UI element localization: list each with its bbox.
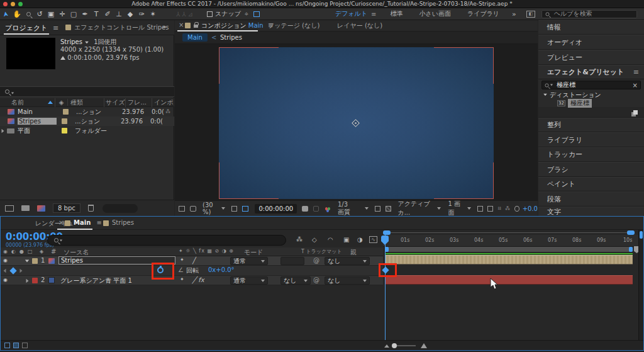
source-name-column[interactable]: ソース名	[64, 248, 89, 257]
traffic-light-close[interactable]	[3, 2, 8, 6]
timeline-button-icon[interactable]: ⌗	[497, 205, 501, 212]
camera-view-dropdown[interactable]: アクティブカ...	[397, 200, 440, 217]
item-label-swatch[interactable]	[62, 118, 67, 124]
playhead-marker[interactable]	[381, 236, 389, 241]
graph-editor-icon[interactable]: ∿	[369, 236, 377, 243]
panel-character[interactable]: 文字	[538, 207, 644, 217]
track-bar-solid[interactable]	[385, 275, 633, 285]
reset-exposure-icon[interactable]	[514, 206, 519, 212]
column-frame-rate[interactable]: フレ...	[126, 98, 152, 107]
item-label-swatch[interactable]	[63, 109, 69, 115]
layer-row-solid[interactable]: ◉ 2 グレー系シアン青 平面 1 ✦ ╱ fx 通常 なし @ なし	[1, 276, 383, 285]
panel-effects-presets[interactable]: エフェクト&プリセット ≡	[538, 65, 644, 79]
trash-icon[interactable]	[88, 205, 94, 212]
effects-panel-menu-icon[interactable]: ≡	[633, 68, 639, 76]
tab-footage[interactable]: フッテージ (なし)	[268, 21, 319, 30]
effect-item-name[interactable]: 極座標	[568, 99, 592, 108]
panel-info[interactable]: 情報	[538, 20, 644, 35]
zoom-tool[interactable]	[23, 10, 34, 18]
parent-pickwhip-icon[interactable]: @	[313, 257, 319, 264]
tab-composition[interactable]: コンポジション Main ≡	[201, 21, 273, 30]
column-import[interactable]: インポ	[152, 98, 174, 107]
traffic-light-zoom[interactable]	[18, 2, 23, 6]
transparency-grid-icon[interactable]	[386, 206, 391, 212]
workspace-libraries[interactable]: ライブラリ	[467, 9, 499, 18]
layer-trkmat-dropdown[interactable]: なし	[280, 276, 311, 285]
selection-tool[interactable]: ➤	[1, 8, 11, 20]
effects-search-clear-icon[interactable]: ×	[633, 82, 638, 89]
tab-layer[interactable]: レイヤー (なし)	[337, 21, 382, 30]
interpret-footage-icon[interactable]	[5, 205, 14, 212]
rectangle-tool[interactable]: ▢	[68, 10, 79, 18]
project-tabs-overflow-icon[interactable]: »	[162, 23, 167, 31]
property-name[interactable]: 回転	[186, 266, 199, 275]
workspace-overflow-icon[interactable]: »	[512, 10, 516, 18]
timeline-search-box[interactable]	[47, 235, 286, 246]
workspace-small-screen[interactable]: 小さい画面	[419, 9, 450, 18]
expand-transfer-controls-icon[interactable]	[13, 343, 19, 348]
tab-project[interactable]: プロジェクト ≡	[5, 23, 58, 33]
fast-previews-icon[interactable]	[487, 206, 493, 212]
eraser-tool[interactable]: ◆	[125, 10, 136, 18]
property-value[interactable]: 0x+0.0°	[208, 266, 235, 273]
roto-brush-tool[interactable]: ✑	[136, 10, 147, 18]
playhead-line[interactable]	[385, 235, 386, 340]
timeline-navigator-track[interactable]	[383, 230, 635, 235]
trkmat-column[interactable]: T トラックマット	[301, 248, 342, 255]
breadcrumb-main[interactable]: Main	[182, 33, 208, 42]
comp-flowchart-icon[interactable]: ⁂	[505, 206, 510, 212]
clone-stamp-tool[interactable]: ⊥	[113, 10, 125, 18]
panel-preview[interactable]: プレビュー	[538, 50, 644, 65]
draft-3d-icon[interactable]: ◇	[312, 236, 317, 243]
time-ruler[interactable]: 0s 01s 02s 03s 04s 05s 06s 07s 08s 09s 1…	[383, 235, 638, 247]
category-expand-icon[interactable]	[543, 94, 547, 96]
workspace-settings-icon[interactable]: ◧	[526, 11, 535, 18]
expand-in-out-icon[interactable]	[22, 343, 28, 348]
pen-tool[interactable]: ✒	[79, 10, 91, 18]
composition-mini-flowchart-icon[interactable]: ⁂	[296, 236, 303, 243]
monitor-icon[interactable]	[190, 206, 196, 212]
motion-blur-icon[interactable]: ◑	[357, 236, 363, 243]
layer-parent-dropdown[interactable]: なし	[325, 257, 370, 265]
project-search-options-icon[interactable]	[11, 93, 14, 94]
always-preview-icon[interactable]	[179, 206, 185, 212]
camera-tool[interactable]: ▣	[45, 10, 57, 18]
layer-visibility-icon[interactable]: ◉	[3, 258, 8, 263]
target-region-icon[interactable]	[375, 206, 380, 212]
layer-quality-switch[interactable]: ✦	[180, 257, 184, 263]
help-search-box[interactable]: ヘルプを検索	[541, 10, 637, 18]
layer-fx-switch[interactable]: ╱ fx	[192, 276, 204, 283]
keyframe-nav-diamond-icon[interactable]	[9, 267, 16, 274]
breadcrumb-current[interactable]: Stripes	[220, 34, 242, 41]
project-panel-menu-icon[interactable]: ≡	[53, 24, 58, 32]
layer-mode-dropdown[interactable]: 通常	[230, 257, 268, 265]
timeline-vertical-scrollbar[interactable]	[638, 230, 643, 340]
hand-tool[interactable]: ✋	[11, 10, 23, 18]
show-snapshot-icon[interactable]	[313, 206, 319, 212]
mode-column[interactable]: モード	[244, 248, 263, 257]
rotation-tool[interactable]: ↺	[34, 10, 45, 18]
zoom-level-dropdown[interactable]: (30 %)	[203, 202, 225, 215]
grid-guides-icon[interactable]	[231, 206, 237, 212]
type-tool[interactable]: T	[91, 10, 102, 18]
footage-info-usage[interactable]: 1回使用	[94, 38, 116, 45]
comp-frame[interactable]	[219, 47, 494, 199]
workspace-default[interactable]: デフォルト	[335, 9, 367, 18]
item-label-swatch[interactable]	[62, 128, 67, 133]
timeline-panel-menu-icon[interactable]: ≡	[96, 219, 101, 226]
comp-tab-close-icon[interactable]: ×	[179, 21, 184, 28]
track-bar-stripes[interactable]	[385, 255, 633, 264]
property-row-rotation[interactable]: ∠ 回転 0x+0.0°	[1, 266, 383, 276]
panel-tracker[interactable]: トラッカー	[538, 147, 644, 162]
panel-paragraph[interactable]: 段落	[538, 191, 644, 207]
keyframe-nav-left-icon[interactable]	[4, 269, 6, 273]
zoom-in-mountain-icon[interactable]	[421, 343, 427, 348]
new-animation-preset-icon[interactable]	[633, 110, 638, 115]
panel-audio[interactable]: オーディオ	[538, 35, 644, 50]
footage-info-dropdown-icon[interactable]	[85, 42, 89, 44]
axis-mode-buttons[interactable]: ⅄ ⅄ ⊿	[176, 11, 193, 18]
footage-info-name[interactable]: Stripes	[60, 38, 82, 45]
timeline-search-options-icon[interactable]	[60, 239, 62, 241]
new-folder-icon[interactable]	[21, 205, 30, 211]
layer-expand-icon[interactable]	[25, 260, 29, 263]
